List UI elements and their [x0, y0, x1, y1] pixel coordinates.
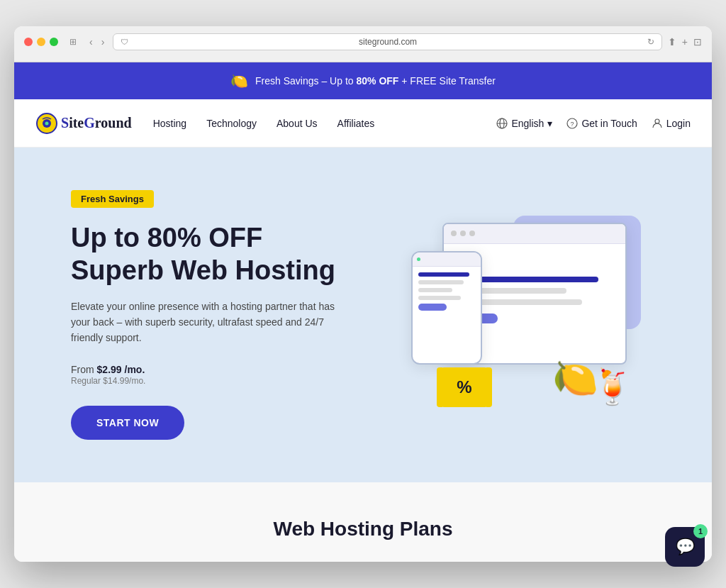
- mockup-dot-1: [451, 231, 457, 236]
- nav-affiliates[interactable]: Affiliates: [337, 118, 375, 129]
- phone-mockup-content: [413, 267, 481, 316]
- drink-illustration: 🍹: [591, 367, 634, 407]
- tab-overview-button[interactable]: ⊡: [693, 36, 702, 48]
- help-icon: ?: [566, 118, 578, 129]
- chat-icon: 💬: [676, 538, 695, 556]
- language-label: English: [511, 118, 544, 129]
- hero-title-line1: Up to 80% OFF: [71, 223, 262, 253]
- language-icon: [496, 118, 508, 129]
- browser-nav-buttons: ‹ ›: [86, 35, 107, 49]
- navbar: SiteGround Hosting Technology About Us A…: [14, 99, 712, 148]
- sidebar-toggle[interactable]: ⊞: [69, 37, 77, 47]
- traffic-lights: [24, 38, 58, 46]
- browser-chrome: ⊞ ‹ › 🛡 siteground.com ↻ ⬆ + ⊡: [14, 26, 712, 62]
- refresh-icon[interactable]: ↻: [647, 37, 654, 47]
- plans-section: Web Hosting Plans: [14, 482, 712, 562]
- chat-widget[interactable]: 💬 1: [665, 527, 705, 567]
- get-in-touch-label: Get in Touch: [581, 118, 637, 129]
- phone-dot: [417, 257, 420, 261]
- svg-point-2: [45, 121, 49, 125]
- phone-mockup-bar: [413, 253, 481, 267]
- logo[interactable]: SiteGround: [35, 112, 132, 135]
- phone-mockup: [411, 251, 482, 365]
- phone-line-4: [418, 296, 461, 300]
- nav-links: Hosting Technology About Us Affiliates: [153, 117, 375, 130]
- minimize-button[interactable]: [37, 38, 45, 46]
- hero-price-from: From: [71, 364, 97, 375]
- chat-badge-count: 1: [693, 524, 708, 538]
- new-tab-button[interactable]: +: [682, 36, 688, 48]
- window-controls: ⊞: [69, 37, 77, 47]
- mockup-dot-3: [469, 231, 475, 236]
- nav-technology[interactable]: Technology: [206, 118, 257, 129]
- chevron-down-icon: ▾: [547, 118, 552, 129]
- hero-title-line2: Superb Web Hosting: [71, 255, 335, 285]
- url-text: siteground.com: [133, 37, 642, 47]
- browser-window: ⊞ ‹ › 🛡 siteground.com ↻ ⬆ + ⊡ 🍋 Fresh: [14, 26, 712, 561]
- promo-text-after: + FREE Site Transfer: [398, 75, 496, 87]
- svg-point-8: [655, 119, 659, 123]
- phone-line-1: [418, 272, 469, 277]
- promo-text: Fresh Savings – Up to 80% OFF + FREE Sit…: [255, 75, 496, 87]
- hero-price: From $2.99 /mo. Regular $14.99/mo.: [71, 363, 369, 386]
- mockup-dot-2: [460, 231, 466, 236]
- hero-price-value: $2.99 /mo.: [97, 364, 145, 375]
- login-button[interactable]: Login: [652, 118, 691, 129]
- hero-price-main: From $2.99 /mo.: [71, 363, 369, 376]
- hero-regular-price: Regular $14.99/mo.: [71, 376, 369, 386]
- address-bar[interactable]: 🛡 siteground.com ↻: [113, 33, 661, 50]
- security-icon: 🛡: [121, 38, 128, 46]
- plans-title: Web Hosting Plans: [43, 518, 683, 540]
- hero-title: Up to 80% OFF Superb Web Hosting: [71, 222, 369, 287]
- nav-hosting[interactable]: Hosting: [153, 118, 186, 129]
- forward-button[interactable]: ›: [99, 35, 108, 49]
- get-in-touch-button[interactable]: ? Get in Touch: [566, 118, 637, 129]
- login-label: Login: [666, 118, 691, 129]
- hero-description: Elevate your online presence with a host…: [71, 299, 340, 346]
- hero-illustration: % 🍋 🍹: [369, 209, 669, 421]
- promo-banner: 🍋 Fresh Savings – Up to 80% OFF + FREE S…: [14, 62, 712, 99]
- lemon-icon: 🍋: [230, 72, 248, 89]
- nav-about-us[interactable]: About Us: [277, 118, 318, 129]
- close-button[interactable]: [24, 38, 33, 46]
- user-icon: [652, 118, 663, 129]
- fresh-savings-badge: Fresh Savings: [71, 190, 154, 208]
- phone-line-2: [418, 280, 464, 284]
- website-content: 🍋 Fresh Savings – Up to 80% OFF + FREE S…: [14, 62, 712, 561]
- language-button[interactable]: English ▾: [496, 118, 552, 129]
- hero-content: Fresh Savings Up to 80% OFF Superb Web H…: [71, 190, 369, 439]
- logo-text: SiteGround: [61, 115, 132, 131]
- promo-bold-text: 80% OFF: [356, 75, 398, 87]
- promo-text-before: Fresh Savings – Up to: [255, 75, 356, 87]
- maximize-button[interactable]: [50, 38, 58, 46]
- logo-icon: [35, 112, 58, 135]
- phone-btn: [418, 304, 447, 311]
- discount-tag: %: [440, 367, 489, 407]
- nav-right: English ▾ ? Get in Touch Login: [496, 118, 691, 129]
- svg-text:?: ?: [571, 121, 574, 128]
- hero-section: Fresh Savings Up to 80% OFF Superb Web H…: [14, 148, 712, 482]
- back-button[interactable]: ‹: [86, 35, 96, 49]
- start-now-button[interactable]: START NOW: [71, 406, 184, 440]
- share-button[interactable]: ⬆: [668, 36, 676, 48]
- browser-mockup-bar: [444, 224, 625, 244]
- toolbar-right: ⬆ + ⊡: [668, 36, 702, 48]
- phone-line-3: [418, 288, 452, 292]
